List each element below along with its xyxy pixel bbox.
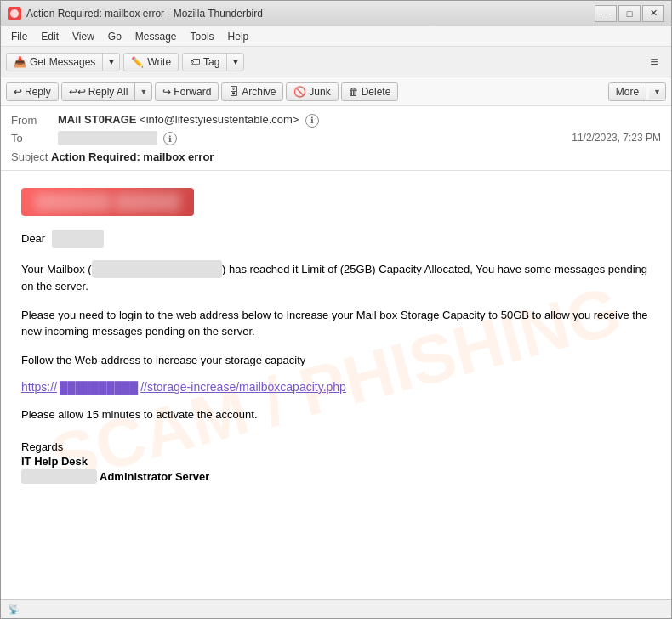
subject-label: Subject — [11, 150, 48, 163]
get-messages-dropdown[interactable]: ▼ — [103, 54, 119, 71]
reply-all-button[interactable]: ↩↩ Reply All — [62, 83, 136, 100]
body-para2: Please you need to login to the web addr… — [21, 307, 651, 340]
reply-button[interactable]: ↩ Reply — [7, 83, 58, 100]
reply-group: ↩ Reply — [6, 82, 59, 101]
email-body: SCAM / PHISHING ███████ ██████ Dear ████… — [1, 171, 671, 599]
forward-button[interactable]: ↪ Forward — [155, 82, 219, 101]
write-icon: ✏️ — [131, 56, 144, 68]
phishing-link[interactable]: https://██████████//storage-increase/mai… — [21, 380, 651, 395]
junk-label: Junk — [309, 86, 330, 98]
tag-group: 🏷 Tag ▼ — [182, 53, 244, 71]
email-header: From MAil ST0RAGE <info@lifestyiesustent… — [1, 106, 671, 171]
tag-label: Tag — [203, 56, 219, 68]
junk-icon: 🚫 — [293, 86, 306, 98]
more-group: More ▼ — [608, 82, 666, 101]
reply-all-group: ↩↩ Reply All ▼ — [61, 82, 153, 101]
menu-tools[interactable]: Tools — [184, 29, 221, 44]
junk-button[interactable]: 🚫 Junk — [286, 82, 338, 101]
from-email: <info@lifestyiesustentable.com> — [140, 113, 299, 126]
action-bar: ↩ Reply ↩↩ Reply All ▼ ↪ Forward 🗄 Archi… — [1, 77, 671, 106]
dear-name-blurred: ██████ — [52, 230, 104, 248]
dear-line: Dear ██████ — [21, 230, 651, 248]
get-messages-group: 📥 Get Messages ▼ — [6, 53, 120, 71]
menu-edit[interactable]: Edit — [34, 29, 65, 44]
maximize-button[interactable]: □ — [618, 5, 641, 22]
status-bar: 📡 — [1, 599, 671, 618]
menu-go[interactable]: Go — [101, 29, 128, 44]
window-controls: ─ □ ✕ — [595, 5, 664, 22]
forward-icon: ↪ — [162, 86, 171, 98]
reply-icon: ↩ — [14, 86, 22, 98]
tag-dropdown[interactable]: ▼ — [227, 54, 243, 71]
more-label: More — [616, 86, 639, 98]
from-value: MAil ST0RAGE <info@lifestyiesustentable.… — [58, 113, 661, 128]
to-value: ████████████ ℹ — [58, 131, 572, 146]
admin-suffix: Administrator Server — [97, 470, 209, 483]
window-title: Action Required: mailbox error - Mozilla… — [26, 8, 595, 20]
archive-label: Archive — [242, 86, 276, 98]
from-name: MAil ST0RAGE — [58, 113, 136, 126]
minimize-button[interactable]: ─ — [595, 5, 617, 22]
to-label: To — [11, 132, 58, 145]
delete-icon: 🗑 — [349, 86, 359, 98]
archive-icon: 🗄 — [229, 86, 239, 98]
subject-row: Subject Action Required: mailbox error — [11, 147, 661, 165]
close-button[interactable]: ✕ — [642, 5, 664, 22]
menu-help[interactable]: Help — [221, 29, 256, 44]
main-toolbar: 📥 Get Messages ▼ ✏️ Write 🏷 Tag ▼ ≡ — [1, 47, 671, 77]
reply-all-icon: ↩↩ — [69, 86, 86, 98]
from-row: From MAil ST0RAGE <info@lifestyiesustent… — [11, 111, 661, 129]
menu-message[interactable]: Message — [128, 29, 184, 44]
body-para3: Follow the Web-address to increase your … — [21, 352, 651, 369]
tag-icon: 🏷 — [190, 56, 200, 68]
delete-button[interactable]: 🗑 Delete — [341, 82, 399, 101]
get-messages-button[interactable]: 📥 Get Messages — [7, 54, 103, 71]
to-info-icon[interactable]: ℹ — [163, 132, 177, 145]
email-date: 11/2/2023, 7:23 PM — [572, 132, 661, 144]
archive-button[interactable]: 🗄 Archive — [221, 82, 283, 101]
more-button[interactable]: More — [609, 83, 646, 100]
title-bar: Action Required: mailbox error - Mozilla… — [1, 1, 671, 26]
admin-blurred: █████████ — [21, 469, 97, 484]
more-dropdown[interactable]: ▼ — [649, 85, 665, 99]
admin-server-line: █████████ Administrator Server — [21, 469, 651, 484]
get-messages-label: Get Messages — [30, 56, 95, 68]
status-icon: 📡 — [8, 604, 20, 615]
reply-label: Reply — [25, 86, 51, 98]
dear-text: Dear — [21, 232, 45, 245]
svg-point-0 — [10, 9, 19, 18]
reply-all-label: Reply All — [88, 86, 128, 98]
hamburger-menu-button[interactable]: ≡ — [642, 50, 666, 74]
regards-text: Regards — [21, 440, 651, 453]
reply-all-dropdown[interactable]: ▼ — [135, 83, 151, 100]
menu-view[interactable]: View — [65, 29, 101, 44]
menu-file[interactable]: File — [4, 29, 34, 44]
mailbox-address-blurred: ████████████████ — [92, 260, 222, 279]
sender-info-icon[interactable]: ℹ — [305, 114, 319, 128]
menu-bar: File Edit View Go Message Tools Help — [1, 26, 671, 47]
to-blurred: ████████████ — [58, 131, 157, 145]
get-messages-icon: 📥 — [14, 56, 26, 68]
delete-label: Delete — [362, 86, 391, 98]
forward-label: Forward — [174, 86, 211, 98]
toolbar-right: ≡ — [642, 50, 666, 74]
write-button[interactable]: ✏️ Write — [123, 53, 179, 71]
subject-value: Action Required: mailbox error — [51, 150, 214, 163]
email-logo: ███████ ██████ — [21, 188, 194, 216]
from-label: From — [11, 114, 58, 127]
body-para1: Your Mailbox (████████████████) has reac… — [21, 260, 651, 295]
email-content: ███████ ██████ Dear ██████ Your Mailbox … — [21, 188, 651, 484]
tag-button[interactable]: 🏷 Tag — [183, 54, 227, 71]
write-label: Write — [147, 56, 171, 68]
app-icon — [8, 7, 21, 20]
it-help-desk: IT Help Desk — [21, 455, 651, 468]
main-window: Action Required: mailbox error - Mozilla… — [0, 0, 672, 619]
to-row: To ████████████ ℹ 11/2/2023, 7:23 PM — [11, 129, 661, 148]
body-para4: Please allow 15 minutes to activate the … — [21, 406, 651, 423]
regards-block: Regards IT Help Desk █████████ Administr… — [21, 440, 651, 484]
link-domain-blurred: ██████████ — [57, 380, 140, 395]
